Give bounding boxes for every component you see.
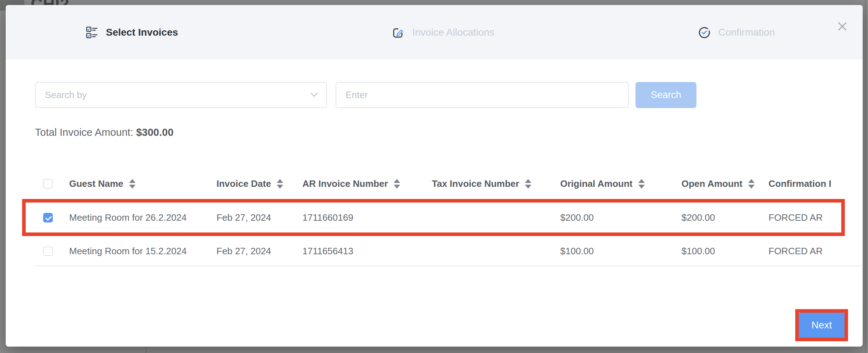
- column-label: Tax Invoice Number: [432, 178, 519, 189]
- sort-arrows-icon: [525, 179, 531, 189]
- column-header-invoice-date[interactable]: Invoice Date: [216, 168, 283, 199]
- step-confirmation-label: Confirmation: [718, 27, 775, 38]
- column-label: AR Invoice Number: [302, 178, 388, 189]
- cell-invoice-date: Feb 27, 2024: [216, 236, 271, 266]
- column-label: Confirmation I: [769, 178, 831, 189]
- search-term-field[interactable]: [336, 82, 629, 108]
- sort-arrows-icon: [748, 179, 755, 189]
- column-header-original-amount[interactable]: Original Amount: [560, 168, 645, 199]
- table-row[interactable]: Meeting Room for 15.2.2024 Feb 27, 2024 …: [6, 236, 863, 266]
- circle-check-icon: [698, 26, 710, 39]
- background-right-edge-line: [865, 0, 866, 353]
- cell-guest-name: Meeting Room for 26.2.2024: [69, 199, 187, 236]
- column-label: Open Amount: [681, 178, 742, 189]
- cell-open-amount: $100.00: [681, 236, 715, 266]
- search-by-select[interactable]: [35, 82, 327, 108]
- step-confirmation[interactable]: Confirmation: [698, 5, 775, 60]
- column-header-open-amount[interactable]: Open Amount: [681, 168, 755, 199]
- cell-original-amount: $100.00: [560, 236, 594, 266]
- column-header-confirmation-number[interactable]: Confirmation I: [769, 168, 831, 199]
- total-invoice-amount-value: $300.00: [136, 127, 174, 138]
- sort-arrows-icon: [638, 179, 645, 189]
- step-select-invoices-label: Select Invoices: [106, 27, 178, 38]
- column-header-tax-invoice-number[interactable]: Tax Invoice Number: [432, 168, 531, 199]
- cell-guest-name: Meeting Room for 15.2.2024: [69, 236, 187, 266]
- cell-confirmation: FORCED AR: [769, 199, 823, 236]
- column-label: Invoice Date: [216, 178, 271, 189]
- cell-open-amount: $200.00: [681, 199, 715, 236]
- table-row[interactable]: Meeting Room for 26.2.2024 Feb 27, 2024 …: [6, 199, 863, 236]
- total-invoice-amount: Total Invoice Amount: $300.00: [35, 127, 174, 138]
- checklist-icon: [86, 26, 98, 39]
- next-button-annotation: Next: [795, 309, 848, 341]
- search-by-value[interactable]: [36, 83, 326, 107]
- column-label: Guest Name: [69, 178, 123, 189]
- step-invoice-allocations[interactable]: Invoice Allocations: [392, 5, 494, 60]
- select-invoices-modal: Select Invoices Invoice Allocations Conf…: [6, 5, 863, 347]
- column-header-guest-name[interactable]: Guest Name: [69, 168, 136, 199]
- row-checkbox[interactable]: [43, 213, 53, 222]
- cell-ar-invoice-number: 1711660169: [302, 199, 353, 236]
- total-invoice-amount-label: Total Invoice Amount:: [35, 127, 133, 138]
- step-invoice-allocations-label: Invoice Allocations: [412, 27, 494, 38]
- screen: { "background": { "page_text": "CHI2" },…: [0, 0, 868, 353]
- column-header-ar-invoice-number[interactable]: AR Invoice Number: [302, 168, 400, 199]
- step-select-invoices[interactable]: Select Invoices: [86, 5, 178, 60]
- sort-arrows-icon: [394, 179, 400, 189]
- row-divider: [34, 266, 863, 266]
- next-button[interactable]: Next: [799, 313, 844, 338]
- column-label: Original Amount: [560, 178, 633, 189]
- cell-ar-invoice-number: 1711656413: [302, 236, 353, 266]
- search-term-input[interactable]: [336, 83, 628, 107]
- cell-confirmation: FORCED AR: [769, 236, 823, 266]
- close-icon[interactable]: [837, 21, 848, 32]
- sort-arrows-icon: [277, 179, 283, 189]
- cell-invoice-date: Feb 27, 2024: [216, 199, 271, 236]
- edit-icon: [392, 26, 404, 39]
- select-all-checkbox[interactable]: [43, 179, 53, 189]
- search-button[interactable]: Search: [635, 82, 696, 108]
- sort-arrows-icon: [129, 179, 136, 189]
- row-checkbox[interactable]: [43, 246, 53, 256]
- chevron-down-icon: [310, 92, 318, 98]
- cell-original-amount: $200.00: [560, 199, 594, 236]
- invoice-table-header: Guest Name Invoice Date AR Invoice Numbe…: [6, 168, 863, 199]
- wizard-steps-bar: Select Invoices Invoice Allocations Conf…: [6, 5, 863, 60]
